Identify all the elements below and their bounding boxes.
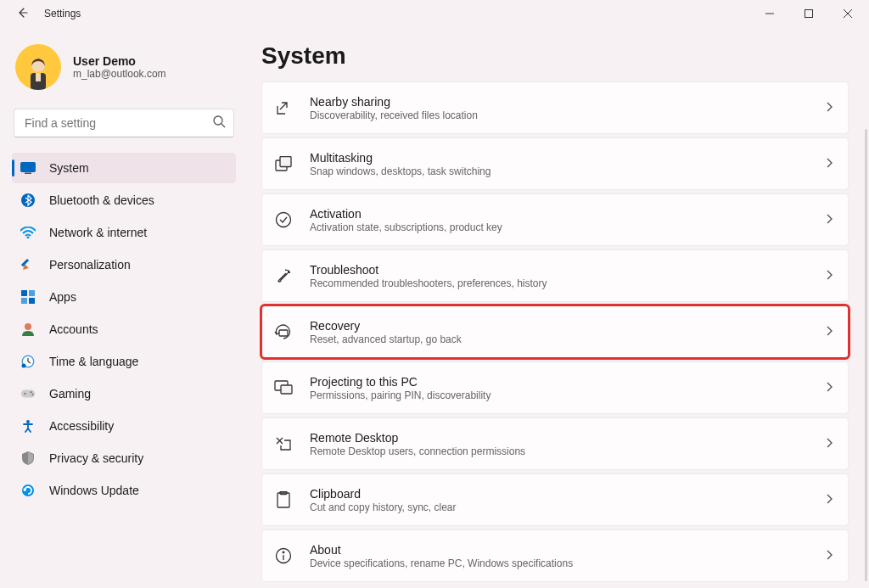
svg-point-30 xyxy=(277,213,291,227)
back-button[interactable] xyxy=(15,6,29,22)
privacy-icon xyxy=(20,451,36,466)
card-title: Troubleshoot xyxy=(310,263,809,277)
svg-rect-34 xyxy=(278,493,289,507)
card-title: Nearby sharing xyxy=(310,95,809,109)
card-text: Nearby sharingDiscoverability, received … xyxy=(310,95,809,121)
card-title: Clipboard xyxy=(310,487,809,501)
svg-point-24 xyxy=(31,391,32,393)
svg-point-12 xyxy=(27,237,30,239)
svg-rect-31 xyxy=(279,330,288,336)
svg-point-21 xyxy=(22,364,26,368)
minimize-button[interactable] xyxy=(750,0,789,27)
page-title: System xyxy=(261,42,849,70)
settings-cards: Nearby sharingDiscoverability, received … xyxy=(261,81,849,582)
svg-rect-1 xyxy=(805,10,813,18)
profile-block[interactable]: User Demo m_lab@outlook.com xyxy=(12,39,236,102)
nav: SystemBluetooth & devicesNetwork & inter… xyxy=(12,153,236,506)
card-text: MultitaskingSnap windows, desktops, task… xyxy=(310,151,809,177)
card-multitasking[interactable]: MultitaskingSnap windows, desktops, task… xyxy=(261,137,849,190)
card-subtitle: Remote Desktop users, connection permiss… xyxy=(310,445,809,457)
svg-rect-22 xyxy=(21,390,35,398)
window-controls xyxy=(750,0,867,27)
sidebar-item-privacy-security[interactable]: Privacy & security xyxy=(12,443,236,473)
chevron-right-icon xyxy=(826,325,833,339)
svg-rect-9 xyxy=(21,163,36,172)
svg-line-8 xyxy=(221,124,225,127)
card-clipboard[interactable]: ClipboardCut and copy history, sync, cle… xyxy=(261,473,849,526)
sidebar-item-label: Apps xyxy=(49,290,76,304)
card-text: TroubleshootRecommended troubleshooters,… xyxy=(310,263,809,289)
chevron-right-icon xyxy=(826,213,833,227)
sidebar-item-label: Accounts xyxy=(49,322,98,336)
remote-icon xyxy=(274,434,293,453)
update-icon xyxy=(20,483,36,498)
close-button[interactable] xyxy=(828,0,867,27)
multitask-icon xyxy=(274,154,293,173)
titlebar: Settings xyxy=(0,0,869,27)
about-icon xyxy=(274,546,293,565)
card-projecting-to-this-pc[interactable]: Projecting to this PCPermissions, pairin… xyxy=(261,361,849,414)
card-title: Projecting to this PC xyxy=(310,375,809,389)
card-title: Remote Desktop xyxy=(310,431,809,445)
card-title: Activation xyxy=(310,207,809,221)
card-remote-desktop[interactable]: Remote DesktopRemote Desktop users, conn… xyxy=(261,417,849,470)
avatar xyxy=(15,44,61,90)
card-troubleshoot[interactable]: TroubleshootRecommended troubleshooters,… xyxy=(261,249,849,302)
card-about[interactable]: AboutDevice specifications, rename PC, W… xyxy=(261,529,849,582)
card-text: Remote DesktopRemote Desktop users, conn… xyxy=(310,431,809,457)
sidebar-item-label: Personalization xyxy=(49,258,131,272)
sidebar-item-label: System xyxy=(49,161,89,175)
card-nearby-sharing[interactable]: Nearby sharingDiscoverability, received … xyxy=(261,81,849,134)
sidebar-item-apps[interactable]: Apps xyxy=(12,282,236,312)
svg-point-7 xyxy=(214,116,222,125)
sidebar-item-accessibility[interactable]: Accessibility xyxy=(12,411,236,441)
activation-icon xyxy=(274,210,293,229)
svg-rect-29 xyxy=(280,157,291,167)
sidebar-item-label: Accessibility xyxy=(49,419,114,433)
chevron-right-icon xyxy=(826,549,833,563)
bluetooth-icon xyxy=(20,193,36,208)
chevron-right-icon xyxy=(826,269,833,283)
sidebar-item-personalization[interactable]: Personalization xyxy=(12,249,236,280)
svg-point-26 xyxy=(26,420,30,423)
sidebar-item-time-language[interactable]: Time & language xyxy=(12,346,236,377)
card-text: AboutDevice specifications, rename PC, W… xyxy=(310,543,809,569)
sidebar-item-label: Bluetooth & devices xyxy=(49,193,154,207)
clipboard-icon xyxy=(274,490,293,509)
chevron-right-icon xyxy=(826,437,833,451)
card-text: ActivationActivation state, subscription… xyxy=(310,207,809,233)
svg-point-23 xyxy=(25,393,26,395)
card-subtitle: Reset, advanced startup, go back xyxy=(310,333,809,345)
card-subtitle: Recommended troubleshooters, preferences… xyxy=(310,277,809,289)
sidebar-item-gaming[interactable]: Gaming xyxy=(12,378,236,409)
sidebar-item-system[interactable]: System xyxy=(12,153,236,183)
window-title: Settings xyxy=(44,8,81,20)
card-subtitle: Permissions, pairing PIN, discoverabilit… xyxy=(310,389,809,401)
gaming-icon xyxy=(20,386,36,401)
svg-point-25 xyxy=(32,394,34,395)
troubleshoot-icon xyxy=(274,266,293,285)
search-input[interactable] xyxy=(14,109,234,137)
sidebar-item-network-internet[interactable]: Network & internet xyxy=(12,217,236,248)
svg-point-37 xyxy=(283,552,284,553)
chevron-right-icon xyxy=(826,493,833,507)
scrollbar[interactable] xyxy=(865,129,867,581)
sidebar-item-accounts[interactable]: Accounts xyxy=(12,314,236,344)
card-subtitle: Activation state, subscriptions, product… xyxy=(310,221,809,233)
svg-rect-17 xyxy=(29,298,35,304)
sidebar-item-bluetooth-devices[interactable]: Bluetooth & devices xyxy=(12,185,236,216)
sidebar-item-label: Network & internet xyxy=(49,226,147,239)
sidebar-item-label: Gaming xyxy=(49,387,91,400)
svg-point-18 xyxy=(25,323,31,330)
maximize-button[interactable] xyxy=(789,0,828,27)
profile-name: User Demo xyxy=(73,54,166,68)
main-content: System Nearby sharingDiscoverability, re… xyxy=(244,27,869,588)
sidebar: User Demo m_lab@outlook.com SystemBlueto… xyxy=(0,27,244,588)
sidebar-item-label: Windows Update xyxy=(49,484,139,497)
card-activation[interactable]: ActivationActivation state, subscription… xyxy=(261,193,849,246)
project-icon xyxy=(274,378,293,397)
svg-rect-6 xyxy=(36,73,41,81)
sidebar-item-windows-update[interactable]: Windows Update xyxy=(12,475,236,506)
card-text: Projecting to this PCPermissions, pairin… xyxy=(310,375,809,401)
card-recovery[interactable]: RecoveryReset, advanced startup, go back xyxy=(261,305,849,358)
